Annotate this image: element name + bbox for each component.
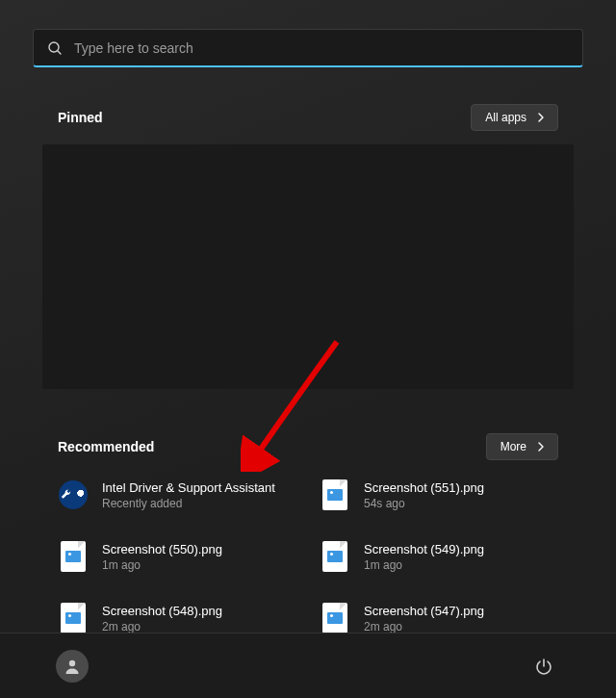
- recommended-item[interactable]: Screenshot (551).png 54s ago: [320, 476, 558, 514]
- recommended-text: Screenshot (551).png 54s ago: [364, 480, 484, 510]
- recommended-item[interactable]: Screenshot (548).png 2m ago: [58, 599, 296, 637]
- file-icon: [58, 541, 89, 572]
- recommended-header: Recommended More: [0, 433, 616, 460]
- image-file-icon: [61, 603, 86, 633]
- app-icon: [58, 479, 89, 510]
- file-icon: [320, 479, 350, 510]
- recommended-item-sub: 1m ago: [364, 558, 484, 572]
- file-icon: [58, 603, 89, 633]
- more-button[interactable]: More: [486, 433, 558, 460]
- recommended-section: Recommended More Intel Driver & Support …: [0, 406, 616, 637]
- chevron-right-icon: [536, 113, 546, 122]
- chevron-right-icon: [536, 442, 546, 452]
- pinned-grid[interactable]: [42, 144, 574, 389]
- search-input[interactable]: [74, 40, 569, 56]
- intel-icon: [59, 480, 88, 509]
- more-label: More: [500, 440, 526, 453]
- recommended-item-sub: Recently added: [102, 497, 275, 510]
- svg-point-2: [69, 659, 75, 665]
- power-icon: [535, 658, 552, 675]
- image-file-icon: [322, 479, 347, 510]
- search-box[interactable]: [33, 29, 583, 67]
- svg-line-1: [58, 51, 61, 54]
- recommended-item-title: Screenshot (549).png: [364, 542, 484, 556]
- wrench-icon: [59, 486, 75, 504]
- recommended-item-title: Screenshot (547).png: [364, 604, 484, 618]
- recommended-item-sub: 54s ago: [364, 497, 484, 510]
- recommended-item-title: Screenshot (551).png: [364, 480, 484, 495]
- user-icon: [64, 658, 81, 675]
- recommended-item[interactable]: Screenshot (549).png 1m ago: [320, 537, 558, 576]
- image-file-icon: [61, 541, 86, 572]
- recommended-item-sub: 2m ago: [364, 620, 484, 633]
- recommended-item-title: Screenshot (548).png: [102, 604, 222, 618]
- recommended-text: Screenshot (548).png 2m ago: [102, 604, 222, 633]
- recommended-item[interactable]: Intel Driver & Support Assistant Recentl…: [58, 476, 296, 514]
- recommended-item-title: Screenshot (550).png: [102, 542, 222, 556]
- recommended-text: Screenshot (550).png 1m ago: [102, 542, 222, 572]
- recommended-title: Recommended: [58, 439, 154, 454]
- recommended-item-sub: 2m ago: [102, 620, 222, 633]
- user-button[interactable]: [56, 650, 89, 683]
- recommended-item-title: Intel Driver & Support Assistant: [102, 480, 275, 495]
- recommended-text: Screenshot (549).png 1m ago: [364, 542, 484, 572]
- recommended-text: Screenshot (547).png 2m ago: [364, 604, 484, 633]
- search-area: [0, 0, 616, 77]
- recommended-text: Intel Driver & Support Assistant Recentl…: [102, 480, 275, 510]
- pinned-header: Pinned All apps: [0, 104, 616, 131]
- recommended-item-sub: 1m ago: [102, 558, 222, 572]
- pinned-title: Pinned: [58, 110, 103, 125]
- image-file-icon: [322, 603, 347, 633]
- start-menu: Pinned All apps Recommended More: [0, 0, 616, 698]
- search-icon: [47, 40, 63, 56]
- footer-bar: [0, 633, 616, 698]
- recommended-item[interactable]: Screenshot (547).png 2m ago: [320, 599, 558, 637]
- file-icon: [320, 541, 350, 572]
- power-button[interactable]: [527, 650, 560, 683]
- file-icon: [320, 603, 350, 633]
- image-file-icon: [322, 541, 347, 572]
- all-apps-button[interactable]: All apps: [471, 104, 558, 131]
- recommended-grid: Intel Driver & Support Assistant Recentl…: [0, 460, 616, 637]
- svg-point-0: [49, 42, 59, 52]
- recommended-item[interactable]: Screenshot (550).png 1m ago: [58, 537, 296, 576]
- all-apps-label: All apps: [485, 111, 526, 124]
